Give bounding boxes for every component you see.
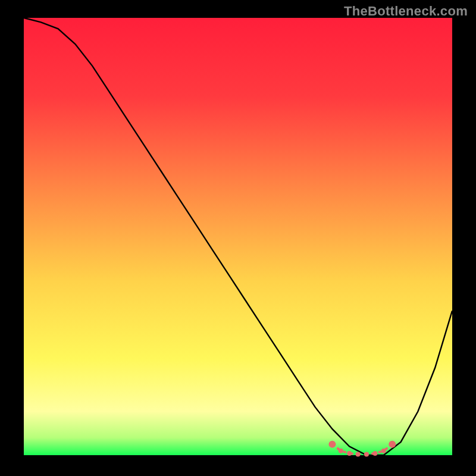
chart-container: TheBottleneck.com [0, 0, 476, 476]
marker-dot [372, 451, 377, 456]
bottleneck-chart [0, 0, 476, 476]
watermark-text: TheBottleneck.com [344, 4, 468, 19]
marker-dot [364, 452, 369, 457]
marker-dot [389, 441, 396, 448]
marker-dot [347, 451, 352, 456]
marker-dot [328, 441, 336, 448]
plot-background [24, 18, 452, 455]
marker-dot [339, 449, 343, 453]
marker-dot [356, 452, 361, 457]
marker-dot [381, 449, 386, 453]
